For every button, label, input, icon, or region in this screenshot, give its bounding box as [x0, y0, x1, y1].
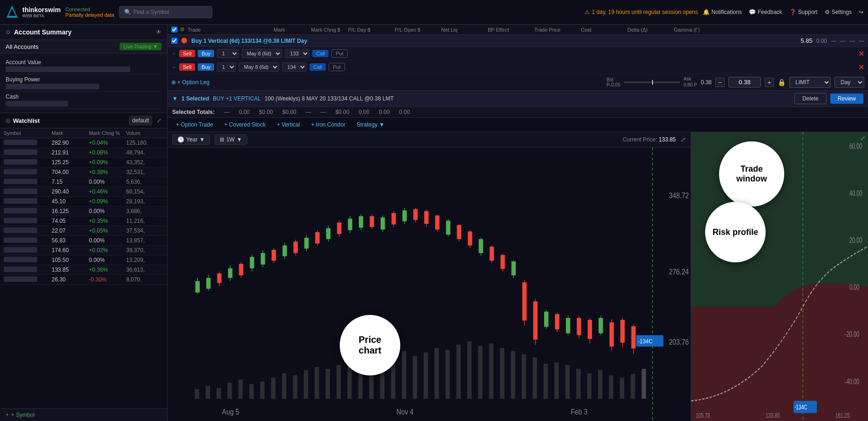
interval-button[interactable]: ⊞ 1W ▼ [215, 134, 247, 145]
buy-button-1[interactable]: Buy [198, 50, 214, 57]
order-checkbox[interactable] [171, 38, 177, 44]
account-summary-header: ⊙ Account Summary 👁 [0, 25, 167, 40]
year-button[interactable]: 🕐 Year ▼ [172, 134, 210, 145]
plus-icon: + [6, 412, 9, 418]
delete-button[interactable]: Delete [794, 93, 827, 104]
price-plus-button[interactable]: + [765, 78, 774, 87]
order-description: 100 (Weeklys) 8 MAY 20 133/134 CALL @0.3… [265, 95, 791, 102]
date-select-1[interactable]: May 8 (6d) [242, 49, 282, 58]
search-input[interactable] [134, 9, 203, 15]
svg-rect-46 [587, 373, 592, 399]
totals-val7: 0.00 [399, 109, 410, 115]
review-button[interactable]: Review [830, 94, 863, 104]
put-button-2[interactable]: Put [329, 63, 345, 71]
buy-button-2[interactable]: Buy [198, 63, 214, 71]
add-symbol-button[interactable]: + + Symbol [0, 408, 167, 421]
live-trading-badge[interactable]: Live Trading ▼ [120, 43, 161, 50]
change-cell: +0.36% [89, 267, 126, 273]
svg-rect-133 [631, 326, 635, 348]
svg-rect-105 [479, 239, 483, 253]
date-select-2[interactable]: May 8 (6d) [239, 62, 279, 72]
watchlist-default-dropdown[interactable]: default [129, 116, 152, 125]
bell-icon: 🔔 [703, 9, 710, 15]
sell-button-1[interactable]: Sell [179, 50, 195, 57]
col-volume: Volum [126, 130, 163, 136]
watchlist-row[interactable]: 16.125 0.00% 3,686, [0, 207, 167, 216]
search-bar[interactable]: 🔍 [119, 6, 212, 18]
watchlist-row[interactable]: 704.00 +0.38% 32,531, [0, 167, 167, 177]
watchlist-row[interactable]: 22.07 +0.05% 37,534, [0, 226, 167, 236]
svg-rect-127 [599, 318, 603, 333]
watchlist-row[interactable]: 133.85 +0.36% 36,613, [0, 265, 167, 275]
limit-type-select[interactable]: LIMITMARKET [789, 77, 831, 88]
watchlist-row[interactable]: 45.10 +0.09% 28,193, [0, 197, 167, 207]
lock-icon[interactable]: 🔒 [778, 79, 786, 86]
feedback-button[interactable]: 💬 Feedback [749, 9, 782, 15]
eye-icon[interactable]: 👁 [156, 29, 161, 35]
price-chart-canvas: 348.72 276.24 203.76 Aug 5 Nov 4 Feb 3 [168, 147, 691, 421]
mark-cell: 22.07 [52, 227, 89, 234]
qty-select-1[interactable]: 12510 [217, 49, 239, 58]
logout-button[interactable]: ↪ [859, 9, 863, 15]
add-leg-button[interactable]: ⊕ + Option Leg [171, 79, 209, 86]
svg-rect-42 [544, 364, 548, 399]
svg-rect-49 [620, 378, 624, 399]
put-button-1[interactable]: Put [331, 49, 348, 58]
svg-rect-20 [304, 370, 308, 399]
trade-checkbox[interactable] [171, 27, 177, 33]
watchlist-row[interactable]: 56.83 0.00% 13,857, [0, 236, 167, 246]
remove-leg-1-button[interactable]: ✕ [858, 49, 864, 58]
watchlist-row[interactable]: 125.25 +0.09% 43,352, [0, 158, 167, 167]
mark-cell: 704.00 [52, 169, 89, 175]
svg-rect-32 [435, 348, 439, 399]
expand-icon[interactable]: ⤢ [157, 117, 161, 124]
duration-select[interactable]: DayGTC [834, 77, 864, 88]
notifications-button[interactable]: 🔔 Notifications [703, 9, 742, 15]
symbol-cell [4, 247, 37, 253]
account-value-item: Account Value [6, 57, 161, 74]
price-input[interactable] [728, 77, 761, 87]
expand-chart-button[interactable]: ⤢ [680, 136, 686, 143]
watchlist-row[interactable]: 7.15 0.00% 5,636, [0, 177, 167, 187]
call-button-2[interactable]: Call [310, 63, 326, 71]
watchlist-row[interactable]: 174.60 +0.02% 39,370, [0, 246, 167, 255]
watchlist-row[interactable]: 212.91 +0.08% 48,794, [0, 148, 167, 158]
svg-rect-12 [216, 388, 221, 399]
svg-rect-22 [326, 369, 330, 399]
watchlist-row[interactable]: 290.40 +0.46% 60,154, [0, 187, 167, 197]
call-button-1[interactable]: Call [312, 50, 329, 57]
qty-select-2[interactable]: 1 [217, 62, 236, 72]
svg-text:40.00: 40.00 [849, 189, 862, 197]
watchlist-row[interactable]: 105.50 0.00% 13,209, [0, 255, 167, 265]
connected-label: Connected [65, 7, 114, 12]
svg-rect-37 [489, 343, 493, 399]
settings-button[interactable]: ⚙ Settings [825, 9, 852, 15]
svg-rect-34 [457, 345, 461, 399]
sell-button-2[interactable]: Sell [179, 63, 195, 71]
strategy-tab-strategy[interactable]: Strategy ▼ [353, 120, 388, 129]
watchlist-row[interactable]: 282.90 +0.04% 125,180, [0, 138, 167, 148]
expand-risk-button[interactable]: ⤢ [860, 134, 866, 142]
strategy-tab-option-trade[interactable]: + Option Trade [172, 120, 217, 129]
strike-select-1[interactable]: 133 [285, 49, 310, 58]
svg-rect-38 [500, 348, 504, 399]
strategy-tab-vertical[interactable]: + Vertical [273, 120, 304, 129]
support-button[interactable]: ❓ Support [789, 9, 818, 15]
watchlist-row[interactable]: 74.05 +0.35% 11,216, [0, 216, 167, 226]
price-minus-button[interactable]: − [715, 78, 725, 87]
strike-select-2[interactable]: 134 [282, 62, 307, 72]
change-cell: 0.00% [89, 257, 126, 263]
svg-rect-79 [337, 222, 341, 234]
strategy-tab-covered-stock[interactable]: + Covered Stock [221, 120, 269, 129]
svg-rect-45 [576, 369, 580, 399]
trade-gear-icon[interactable]: ⚙ [180, 27, 185, 33]
svg-text:-134C: -134C [794, 404, 807, 411]
strategy-tab-iron-condor[interactable]: + Iron Condor [307, 120, 349, 129]
watchlist-row[interactable]: 26.30 -0.30% 8,070, [0, 275, 167, 285]
svg-rect-17 [271, 378, 275, 399]
symbol-cell [4, 179, 37, 184]
remove-leg-2-button[interactable]: ✕ [858, 63, 864, 72]
bid-ask-area: Bid P-0.05 Ask 0.80 P 0.38 − [606, 76, 864, 88]
svg-rect-69 [283, 246, 287, 256]
trade-col-label: Trade [188, 27, 201, 33]
